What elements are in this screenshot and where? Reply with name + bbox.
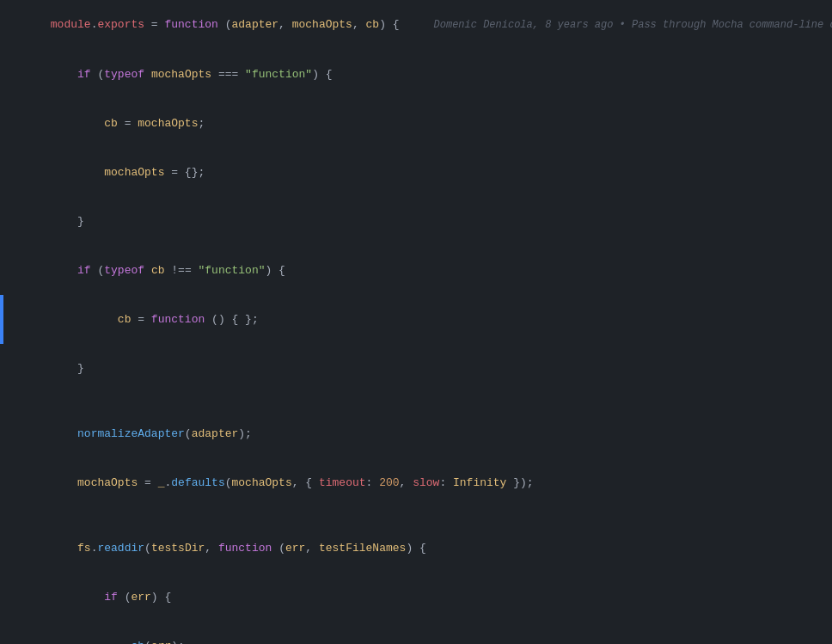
t-err13: err (285, 542, 305, 555)
t-p10: ( (185, 427, 192, 440)
t-adapter10: adapter (192, 427, 239, 440)
t-testsdir13: testsDir (151, 542, 205, 555)
line-content-14: if (err) { (0, 573, 832, 622)
t-if2: if (77, 68, 91, 81)
t-col11: : (366, 476, 380, 489)
t-indent14 (51, 591, 104, 604)
token-module: module (51, 18, 91, 31)
t-blank12 (10, 509, 17, 522)
t-cb6: cb (151, 264, 165, 277)
t-err14: err (131, 591, 150, 604)
t-p13: ( (144, 542, 151, 555)
code-line-3: cb = mochaOpts; (0, 99, 832, 148)
token-exports: exports (97, 18, 144, 31)
t-comma13: , (205, 542, 218, 555)
t-end15: ); (171, 640, 185, 644)
t-fs13: fs (77, 542, 91, 555)
code-line-7: cb = function () { }; (0, 295, 832, 344)
line-content-12 (0, 507, 832, 524)
git-blame-text: Domenic Denicola, 8 years ago • Pass thr… (400, 19, 832, 31)
code-line-13: fs.readdir(testsDir, function (err, test… (0, 524, 832, 573)
t-end2: ) { (312, 68, 332, 81)
token-cb1: cb (366, 18, 380, 31)
line-content-8: } (0, 344, 832, 393)
t-p6: ( (91, 264, 105, 277)
t-indent8: } (51, 362, 84, 375)
t-indent3 (51, 117, 104, 130)
code-line-9 (0, 393, 832, 409)
line-content-6: if (typeof cb !== "function") { (0, 246, 832, 295)
t-eq3: = (118, 117, 138, 130)
t-cb15: cb (131, 640, 144, 644)
line-content-1: module.exports = function (adapter, moch… (0, 0, 832, 50)
t-cb7: cb (118, 313, 132, 326)
code-line-5: } (0, 197, 832, 246)
line-content-7: cb = function () { }; (3, 295, 259, 344)
line-content-9 (0, 393, 832, 409)
t-semi3: ; (198, 117, 205, 130)
code-line-12 (0, 507, 832, 524)
t-p13b: ( (272, 542, 285, 555)
t-end10: ); (238, 427, 252, 440)
t-sp2 (144, 68, 151, 81)
t-indent6 (51, 264, 77, 277)
t-p2: ( (91, 68, 105, 81)
t-str6: "function" (199, 264, 266, 277)
code-line-4: mochaOpts = {}; (0, 148, 832, 197)
token-paren2: ) { (379, 18, 399, 31)
code-line-1: module.exports = function (adapter, moch… (0, 0, 832, 50)
code-line-10: normalizeAdapter(adapter); (0, 409, 832, 458)
t-end11: }); (506, 476, 533, 489)
t-func7: function (151, 313, 205, 326)
t-comma11: , { (292, 476, 319, 489)
t-tfn13: testFileNames (319, 542, 406, 555)
token-paren1: ( (218, 18, 232, 31)
t-indent7 (64, 313, 117, 326)
t-p15: ( (144, 640, 151, 644)
code-line-2: if (typeof mochaOpts === "function") { (0, 50, 832, 99)
t-indent4 (51, 166, 104, 179)
token-function1: function (164, 18, 217, 31)
t-infinity11: Infinity (453, 476, 506, 489)
t-col11b: : (439, 476, 453, 489)
token-adapter: adapter (231, 18, 278, 31)
t-end6: ) { (266, 264, 285, 277)
t-blank9 (10, 395, 17, 408)
t-cb3: cb (104, 117, 118, 130)
code-line-11: mochaOpts = _.defaults(mochaOpts, { time… (0, 458, 832, 507)
t-mo11b: mochaOpts (232, 476, 292, 489)
t-typeof6: typeof (104, 264, 144, 277)
t-p11: ( (225, 476, 232, 489)
t-comma13b: , (305, 542, 319, 555)
code-line-14: if (err) { (0, 573, 832, 622)
t-timeout11: timeout (319, 476, 366, 489)
t-comma11b: , (400, 476, 413, 489)
t-eq7: = (131, 313, 150, 326)
t-end14: ) { (151, 591, 171, 604)
line-content-13: fs.readdir(testsDir, function (err, test… (0, 524, 832, 573)
t-func13: function (218, 542, 272, 555)
t-ne6: !== (164, 264, 198, 277)
t-indent11 (51, 476, 77, 489)
code-line-15: cb(err); (0, 622, 832, 644)
t-mo11: mochaOpts (77, 476, 138, 489)
t-slow11: slow (413, 476, 439, 489)
t-indent10 (51, 427, 77, 440)
line-content-5: } (0, 197, 832, 246)
line-content-2: if (typeof mochaOpts === "function") { (0, 50, 832, 99)
t-str2: "function" (245, 68, 312, 81)
t-indent2 (51, 68, 77, 81)
t-eq11: = (138, 476, 157, 489)
t-200: 200 (379, 476, 399, 489)
t-end13: ) { (406, 542, 425, 555)
t-defaults11: defaults (171, 476, 224, 489)
line-content-15: cb(err); (0, 622, 832, 644)
t-err15: err (151, 640, 171, 644)
t-if14: if (104, 591, 118, 604)
code-view: module.exports = function (adapter, moch… (0, 0, 832, 644)
token-eq1: = (144, 18, 164, 31)
code-line-6: if (typeof cb !== "function") { (0, 246, 832, 295)
token-comma1: , (278, 18, 292, 31)
t-p14: ( (118, 591, 132, 604)
token-comma2: , (352, 18, 366, 31)
